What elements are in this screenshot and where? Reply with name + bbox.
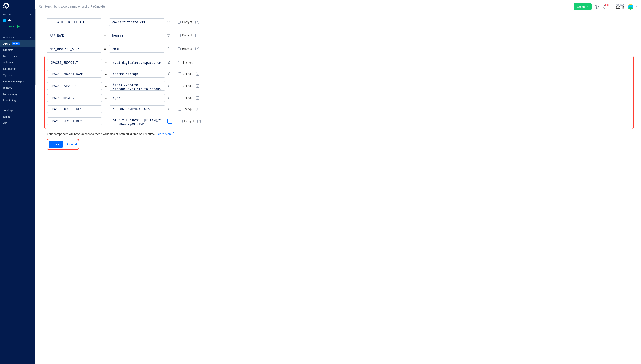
avatar[interactable] xyxy=(628,4,633,10)
nav-item-container-registry[interactable]: Container Registry xyxy=(0,78,35,84)
env-row: =Encrypt? xyxy=(47,42,634,56)
chevron-down-icon[interactable] xyxy=(635,6,637,8)
project-item-dev[interactable]: dev xyxy=(0,17,35,23)
delete-env-button[interactable] xyxy=(167,96,171,100)
delete-env-button[interactable] xyxy=(167,84,171,88)
encrypt-checkbox[interactable] xyxy=(178,108,181,111)
nav-item-billing[interactable]: Billing xyxy=(0,114,35,120)
delete-env-button[interactable] xyxy=(167,34,170,38)
env-row: =+Encrypt? xyxy=(45,115,631,128)
nav-item-kubernetes[interactable]: Kubernetes xyxy=(0,53,35,59)
search-input[interactable] xyxy=(44,5,572,8)
notifications-button[interactable]: 25 xyxy=(602,4,608,10)
env-value-input[interactable] xyxy=(110,59,165,66)
env-row: =Encrypt? xyxy=(45,80,631,92)
encrypt-toggle[interactable]: Encrypt xyxy=(178,34,192,37)
chevron-up-icon xyxy=(29,13,31,16)
encrypt-toggle[interactable]: Encrypt xyxy=(178,20,192,24)
help-button[interactable] xyxy=(593,4,600,10)
encrypt-toggle[interactable]: Encrypt xyxy=(178,61,192,64)
usage-display[interactable]: USAGE $20.47 xyxy=(615,4,624,9)
nav-item-label: Databases xyxy=(3,67,16,70)
encrypt-toggle[interactable]: Encrypt xyxy=(180,120,194,123)
encrypt-checkbox[interactable] xyxy=(178,96,181,100)
delete-env-button[interactable] xyxy=(167,61,171,65)
manage-heading[interactable]: MANAGE xyxy=(0,33,35,40)
env-key-input[interactable] xyxy=(47,118,102,125)
env-key-input[interactable] xyxy=(47,106,102,113)
encrypt-label: Encrypt xyxy=(183,61,192,64)
encrypt-toggle[interactable]: Encrypt xyxy=(178,72,192,76)
env-value-input[interactable] xyxy=(110,81,165,91)
nav-item-apps[interactable]: AppsNEW xyxy=(0,40,35,47)
save-button[interactable]: Save xyxy=(49,141,63,148)
equals-sign: = xyxy=(105,120,107,123)
encrypt-help-button[interactable]: ? xyxy=(196,72,199,76)
plus-icon: + xyxy=(3,25,5,28)
chevron-up-icon xyxy=(29,36,31,39)
env-key-input[interactable] xyxy=(47,82,102,90)
encrypt-checkbox[interactable] xyxy=(178,72,181,75)
cancel-button[interactable]: Cancel xyxy=(67,142,77,146)
equals-sign: = xyxy=(104,34,106,38)
env-value-input[interactable] xyxy=(109,45,164,52)
digitalocean-logo-icon xyxy=(3,3,9,9)
nav-item-settings[interactable]: Settings xyxy=(0,107,35,114)
logo[interactable] xyxy=(0,0,35,10)
trash-icon xyxy=(167,96,171,100)
env-key-input[interactable] xyxy=(47,70,102,78)
nav-item-label: Spaces xyxy=(3,74,12,76)
env-key-input[interactable] xyxy=(47,18,101,26)
encrypt-checkbox[interactable] xyxy=(178,34,181,37)
project-icon xyxy=(3,18,7,22)
encrypt-help-button[interactable]: ? xyxy=(196,96,199,100)
nav-item-networking[interactable]: Networking xyxy=(0,91,35,97)
nav-item-spaces[interactable]: Spaces xyxy=(0,72,35,78)
encrypt-help-button[interactable]: ? xyxy=(196,84,199,88)
env-value-input[interactable] xyxy=(110,106,165,113)
nav-item-images[interactable]: Images xyxy=(0,84,35,91)
encrypt-toggle[interactable]: Encrypt xyxy=(178,84,192,88)
new-project-button[interactable]: + New Project xyxy=(0,23,35,29)
delete-env-button[interactable] xyxy=(167,47,170,51)
delete-env-button[interactable] xyxy=(167,20,170,24)
env-value-input[interactable] xyxy=(110,94,165,102)
delete-env-button[interactable] xyxy=(167,108,171,111)
env-key-input[interactable] xyxy=(47,94,102,102)
trash-icon xyxy=(167,61,171,64)
encrypt-checkbox[interactable] xyxy=(178,84,181,88)
encrypt-help-button[interactable]: ? xyxy=(197,120,201,123)
nav-item-volumes[interactable]: Volumes xyxy=(0,59,35,66)
encrypt-help-button[interactable]: ? xyxy=(195,20,199,24)
env-value-input[interactable] xyxy=(109,18,164,26)
env-key-input[interactable] xyxy=(47,45,101,52)
nav-item-api[interactable]: API xyxy=(0,120,35,126)
encrypt-help-button[interactable]: ? xyxy=(196,108,199,111)
encrypt-toggle[interactable]: Encrypt xyxy=(178,108,192,111)
env-value-input[interactable] xyxy=(109,32,164,39)
nav-item-databases[interactable]: Databases xyxy=(0,66,35,72)
env-value-input[interactable] xyxy=(110,70,165,78)
encrypt-checkbox[interactable] xyxy=(178,21,181,24)
projects-heading[interactable]: PROJECTS xyxy=(0,10,35,17)
encrypt-help-button[interactable]: ? xyxy=(195,34,199,37)
create-button[interactable]: Create xyxy=(574,3,591,10)
encrypt-help-button[interactable]: ? xyxy=(196,61,199,64)
encrypt-toggle[interactable]: Encrypt xyxy=(178,47,192,50)
encrypt-checkbox[interactable] xyxy=(180,120,183,123)
env-value-input[interactable] xyxy=(110,116,165,126)
trash-icon xyxy=(167,84,171,88)
nav-item-label: Volumes xyxy=(3,61,14,64)
add-env-button[interactable]: + xyxy=(167,119,172,124)
learn-more-link[interactable]: Learn More xyxy=(156,132,172,136)
equals-sign: = xyxy=(105,72,107,76)
encrypt-checkbox[interactable] xyxy=(178,48,181,50)
encrypt-toggle[interactable]: Encrypt xyxy=(178,96,192,100)
delete-env-button[interactable] xyxy=(167,72,171,76)
encrypt-help-button[interactable]: ? xyxy=(195,47,199,50)
env-key-input[interactable] xyxy=(47,59,102,66)
nav-item-monitoring[interactable]: Monitoring xyxy=(0,97,35,104)
nav-item-droplets[interactable]: Droplets xyxy=(0,47,35,53)
env-key-input[interactable] xyxy=(47,32,101,39)
encrypt-checkbox[interactable] xyxy=(178,61,181,64)
